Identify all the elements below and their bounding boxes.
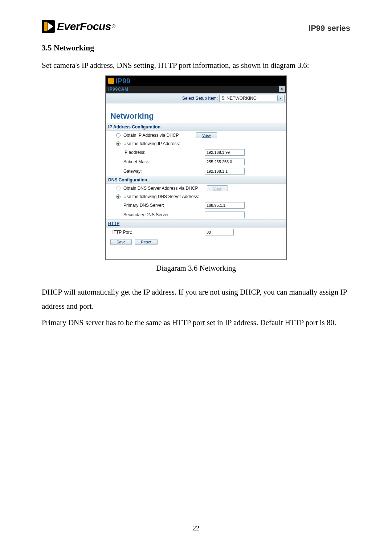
ip-address-input[interactable] <box>205 149 245 156</box>
chevron-down-icon: ▾ <box>277 95 283 101</box>
paragraph-3: Primary DNS server has to be the same as… <box>42 316 350 330</box>
dns-config-heading[interactable]: DNS Configuration <box>106 176 286 184</box>
dns-dhcp-radio[interactable] <box>116 186 121 190</box>
app-logo-icon <box>108 78 114 84</box>
page: EverFocus ® IP99 series 3.5 Networking S… <box>0 0 392 554</box>
action-button-row: Save Reset <box>110 239 282 245</box>
brand-logo-icon <box>42 20 55 33</box>
dns-dhcp-row: Obtain DNS Server Address via DHCP View <box>110 184 282 193</box>
setup-select-label: Select Setup Item: <box>182 96 218 101</box>
app-titlebar: IP99 <box>106 76 286 86</box>
http-port-label: HTTP Port: <box>110 230 205 235</box>
gateway-row: Gateway: <box>110 167 282 176</box>
http-port-row: HTTP Port: <box>110 227 282 237</box>
diagram-screenshot: IP99 IP99CAM s Select Setup Item: 5. NET… <box>105 75 287 260</box>
ip-static-row: Use the following IP Address: <box>110 140 282 148</box>
subnet-mask-label: Subnet Mask: <box>123 159 205 164</box>
ip-config-heading[interactable]: IP Address Configuration <box>106 123 286 131</box>
brand-name: EverFocus <box>57 20 111 33</box>
ip-address-row: IP address: <box>110 148 282 157</box>
primary-dns-row: Primary DNS Server: <box>110 201 282 210</box>
gateway-input[interactable] <box>205 168 245 175</box>
registered-mark-icon: ® <box>112 24 115 29</box>
ip-dhcp-view-button[interactable]: View <box>196 132 217 138</box>
ip-dhcp-label: Obtain IP Address via DHCP <box>123 133 196 138</box>
http-heading[interactable]: HTTP <box>106 219 286 227</box>
http-port-input[interactable] <box>205 229 234 235</box>
reset-button[interactable]: Reset <box>135 239 158 245</box>
ip-dhcp-radio[interactable] <box>116 133 121 138</box>
gateway-label: Gateway: <box>123 169 205 174</box>
subnet-mask-row: Subnet Mask: <box>110 157 282 167</box>
dns-static-label: Use the following DNS Server Address: <box>123 194 218 199</box>
page-number: 22 <box>0 525 392 532</box>
section-heading: 3.5 Networking <box>42 43 350 53</box>
page-header: EverFocus ® IP99 series <box>42 20 350 33</box>
setup-select[interactable]: 5. NETWORKING ▾ <box>219 95 285 102</box>
save-button[interactable]: Save <box>110 239 132 245</box>
app-subtitle: IP99CAM <box>106 86 286 93</box>
paragraph-2: DHCP will automatically get the IP addre… <box>42 285 350 313</box>
primary-dns-input[interactable] <box>205 202 245 209</box>
secondary-dns-input[interactable] <box>205 212 245 218</box>
dns-dhcp-view-button: View <box>207 185 228 191</box>
secondary-dns-label: Secondary DNS Server: <box>123 212 205 217</box>
settings-panel: Networking IP Address Configuration Obta… <box>106 103 286 259</box>
dns-static-radio[interactable] <box>116 194 121 199</box>
panel-title: Networking <box>110 111 282 121</box>
dns-dhcp-label: Obtain DNS Server Address via DHCP <box>123 186 207 191</box>
app-window: IP99 IP99CAM s Select Setup Item: 5. NET… <box>105 75 287 260</box>
brand-logo: EverFocus ® <box>42 20 115 33</box>
product-series: IP99 series <box>309 24 350 33</box>
ip-static-label: Use the following IP Address: <box>123 141 218 146</box>
setup-select-row: s Select Setup Item: 5. NETWORKING ▾ <box>106 93 286 103</box>
setup-select-value: 5. NETWORKING <box>222 96 257 101</box>
app-title: IP99 <box>115 77 130 85</box>
primary-dns-label: Primary DNS Server: <box>123 203 205 208</box>
secondary-dns-row: Secondary DNS Server: <box>110 210 282 219</box>
subnet-mask-input[interactable] <box>205 159 245 165</box>
ip-static-radio[interactable] <box>116 141 121 146</box>
corner-button[interactable]: s <box>279 86 285 92</box>
dns-static-row: Use the following DNS Server Address: <box>110 193 282 201</box>
ip-address-label: IP address: <box>123 150 205 155</box>
ip-dhcp-row: Obtain IP Address via DHCP View <box>110 131 282 140</box>
diagram-caption: Diagaram 3.6 Networking <box>42 264 350 273</box>
intro-paragraph: Set camera's IP address, DNS setting, HT… <box>42 58 350 73</box>
